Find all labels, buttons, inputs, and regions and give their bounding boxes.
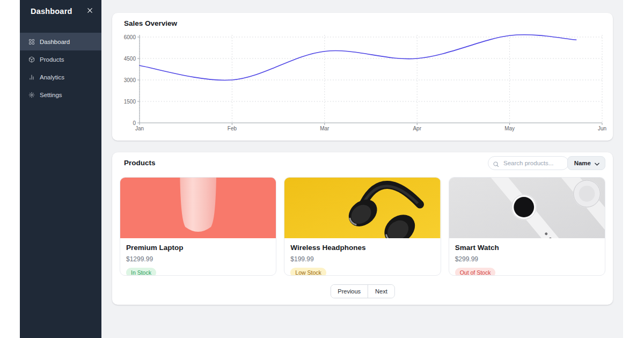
product-info: Smart Watch $299.99 Out of Stock [449,238,605,276]
svg-text:Apr: Apr [413,126,421,131]
svg-text:Jun: Jun [598,126,606,131]
sort-select[interactable]: Name [567,156,605,170]
product-name: Premium Laptop [126,244,270,252]
product-price: $1299.99 [126,255,270,263]
product-name: Smart Watch [455,244,599,252]
package-icon [28,56,35,63]
sort-select-value: Name [574,160,591,166]
product-info: Premium Laptop $1299.99 In Stock [120,238,276,276]
next-button[interactable]: Next [368,285,394,298]
pagination: Previous Next [330,284,394,298]
sidebar-title: Dashboard [31,7,72,16]
close-icon [86,7,93,16]
product-price: $199.99 [290,255,434,263]
svg-text:6000: 6000 [124,34,136,40]
product-info: Wireless Headphones $199.99 Low Stock [284,238,440,276]
status-badge: In Stock [126,268,156,276]
products-grid: Premium Laptop $1299.99 In Stock [120,177,605,276]
svg-text:Jan: Jan [135,126,144,131]
previous-button[interactable]: Previous [331,285,368,298]
sidebar-nav: Dashboard Products Analytics Settings [20,33,101,104]
search-wrap [488,156,569,170]
product-card-wireless-headphones[interactable]: Wireless Headphones $199.99 Low Stock [284,177,441,276]
main-content: Sales Overview 01500300045006000JanFebMa… [101,0,623,338]
sales-chart: 01500300045006000JanFebMarAprMayJun [112,13,613,141]
svg-text:Mar: Mar [320,126,330,131]
sidebar-item-label: Settings [40,92,62,98]
status-badge: Out of Stock [455,268,496,276]
sidebar-item-settings[interactable]: Settings [20,86,101,104]
bar-chart-icon [28,74,35,80]
product-name: Wireless Headphones [290,244,434,252]
status-badge: Low Stock [290,268,326,276]
svg-text:1500: 1500 [124,99,136,105]
svg-text:4500: 4500 [124,56,136,62]
sidebar-item-label: Dashboard [40,39,70,45]
svg-text:May: May [504,126,515,131]
grid-icon [28,39,35,45]
sidebar-item-label: Products [40,56,64,63]
close-button[interactable] [85,6,94,17]
app: Dashboard Dashboard Products [20,0,623,338]
search-input[interactable] [488,156,569,170]
svg-text:0: 0 [133,120,136,126]
product-image [120,178,276,238]
product-card-smart-watch[interactable]: Smart Watch $299.99 Out of Stock [449,177,605,276]
product-image [284,178,440,238]
sidebar-item-label: Analytics [40,74,64,80]
gear-icon [28,92,35,98]
product-card-premium-laptop[interactable]: Premium Laptop $1299.99 In Stock [120,177,276,276]
sales-overview-card: Sales Overview 01500300045006000JanFebMa… [112,13,613,141]
sidebar-item-dashboard[interactable]: Dashboard [20,33,101,50]
sidebar-item-analytics[interactable]: Analytics [20,68,101,86]
products-card: Products Name [112,152,613,305]
chevron-down-icon [595,158,599,168]
product-price: $299.99 [455,255,599,263]
svg-text:3000: 3000 [124,77,136,83]
svg-text:Feb: Feb [228,126,237,131]
product-image [449,178,605,238]
products-title: Products [124,159,156,167]
sidebar-item-products[interactable]: Products [20,50,101,68]
sidebar-header: Dashboard [31,6,94,17]
sidebar: Dashboard Dashboard Products [20,0,101,338]
